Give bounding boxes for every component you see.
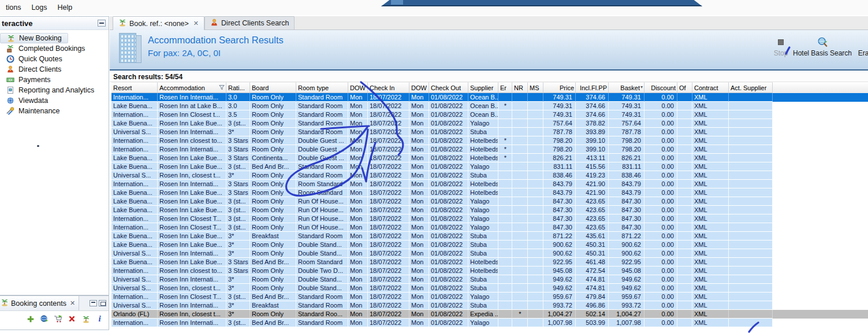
table-row[interactable]: Lake Buena...Rosen Inn Lake Bue...3 (st.… bbox=[111, 197, 868, 206]
palm-icon[interactable] bbox=[81, 314, 91, 324]
delete-icon[interactable] bbox=[67, 314, 77, 324]
column-header-supplier[interactable]: Supplier bbox=[468, 82, 498, 93]
cell-board: Room Only bbox=[250, 275, 296, 284]
cell-supplier: Hotelbeds bbox=[468, 267, 498, 275]
cell-dow_out: Mon bbox=[409, 128, 429, 136]
table-row[interactable]: Universal S...Rosen Inn Internati...3*Ro… bbox=[111, 275, 868, 284]
cart-icon[interactable] bbox=[53, 314, 63, 324]
column-header-discount[interactable]: Discount bbox=[645, 82, 677, 93]
table-row[interactable]: Internation...Rosen Inn Closest T...3 (s… bbox=[111, 293, 868, 301]
overlapping-window-edge[interactable] bbox=[381, 0, 702, 6]
filter-funnel-icon[interactable] bbox=[219, 84, 225, 91]
cell-accommodation: Rosen Inn, closest t... bbox=[158, 310, 226, 319]
column-header-check-in[interactable]: Check In bbox=[368, 82, 409, 93]
column-header-rati[interactable]: Rati... bbox=[226, 82, 250, 93]
hotel-basis-search-button[interactable]: Hotel Basis Search bbox=[790, 37, 855, 57]
table-row[interactable]: Universal S...Rosen Inn, closest t...3*R… bbox=[111, 171, 868, 180]
sidebar-item-new-booking[interactable]: New Booking bbox=[0, 33, 68, 43]
column-header-room-type[interactable]: Room type bbox=[296, 82, 348, 93]
table-row[interactable]: Internation...Rosen Inn Internati...3 (s… bbox=[111, 319, 868, 327]
column-header-check-out[interactable]: Check Out bbox=[429, 82, 468, 93]
sidebar-item-payments[interactable]: Payments bbox=[0, 75, 109, 85]
column-header-incl-fl-pp[interactable]: Incl.Fl.PP bbox=[576, 82, 609, 93]
minimize-icon[interactable] bbox=[98, 20, 106, 27]
cell-ms bbox=[528, 232, 543, 240]
table-row[interactable]: Internation...Rosen Inn closest to...3 S… bbox=[111, 267, 868, 275]
column-header-board[interactable]: Board bbox=[250, 82, 296, 93]
sidebar-item-quick-quotes[interactable]: Quick Quotes bbox=[0, 54, 109, 64]
column-header-basket[interactable]: Basket▾ bbox=[609, 82, 645, 93]
sidebar-item-viewdata[interactable]: Viewdata bbox=[0, 95, 109, 106]
column-header-dow[interactable]: DOW bbox=[409, 82, 429, 93]
table-row[interactable]: Internation...Rosen Inn Closest T...3 (s… bbox=[111, 223, 868, 232]
close-icon[interactable]: ✕ bbox=[70, 299, 75, 307]
info-icon[interactable]: i bbox=[95, 314, 105, 324]
table-row[interactable]: Universal S...Rosen Inn, closest t...3*R… bbox=[111, 284, 868, 293]
column-header-dow[interactable]: DOW bbox=[348, 82, 368, 93]
table-row[interactable]: Lake Buena...Rosen Inn Lake Bue...3 Star… bbox=[111, 258, 868, 267]
cell-ms bbox=[528, 136, 543, 145]
cell-accommodation: Rosen Inn Closest T... bbox=[158, 223, 226, 232]
sidebar-item-reporting-and-analytics[interactable]: Reporting and Analytics bbox=[0, 85, 109, 95]
table-row[interactable]: Universal S...Rosen Inn Internati...3*Ro… bbox=[111, 249, 868, 258]
cell-rating: 3* bbox=[226, 284, 250, 293]
sidebar-item-completed-bookings[interactable]: Completed Bookings bbox=[0, 43, 109, 54]
table-row[interactable]: Internation...Rosen Inn Internati...3 St… bbox=[111, 145, 868, 154]
cell-accommodation: Rosen Inn Lake Bue... bbox=[158, 232, 226, 240]
sidebar-item-direct-clients[interactable]: Direct Clients bbox=[0, 64, 109, 75]
cell-rating: 3 Stars bbox=[226, 154, 250, 162]
menu-item-tions[interactable]: tions bbox=[1, 1, 26, 14]
close-icon[interactable]: ✕ bbox=[193, 20, 199, 27]
column-header-accommodation[interactable]: Accommodation bbox=[158, 82, 226, 93]
cell-supplier: Hotelbeds bbox=[468, 258, 498, 267]
sidebar-item-maintenance[interactable]: Maintenance bbox=[0, 106, 109, 116]
maximize-icon[interactable] bbox=[99, 300, 106, 306]
table-row[interactable]: Universal S...Rosen Inn Internati...3*Ro… bbox=[111, 128, 868, 136]
table-row[interactable]: Lake Buena...Rosen Inn at Lake B...3.0Ro… bbox=[111, 102, 868, 110]
column-header-contract[interactable]: Contract bbox=[692, 82, 729, 93]
table-row[interactable]: Lake Buena...Rosen Inn Lake Bue...3 (st.… bbox=[111, 206, 868, 214]
menu-item-logs[interactable]: Logs bbox=[26, 1, 52, 14]
cell-act_supplier bbox=[729, 232, 773, 240]
table-row[interactable]: Lake Buena...Rosen Inn Lake Bue...3*Brea… bbox=[111, 232, 868, 240]
table-row[interactable]: Lake Buena...Rosen Inn Lake Bue...3 (st.… bbox=[111, 162, 868, 171]
tab-book-ref-none[interactable]: Book. ref.: <none>✕ bbox=[113, 16, 204, 30]
cell-price: 757.64 bbox=[543, 119, 576, 128]
table-row[interactable]: Internation...Rosen Inn Closest t...3.5R… bbox=[111, 110, 868, 119]
cell-room_type: Double Guest ... bbox=[296, 145, 348, 154]
refresh-icon[interactable] bbox=[39, 314, 49, 324]
cell-accommodation: Rosen Inn Lake Bue... bbox=[158, 206, 226, 214]
menu-item-help[interactable]: Help bbox=[53, 1, 78, 14]
tab-direct-clients-search[interactable]: Direct Clients Search bbox=[204, 16, 295, 29]
table-row[interactable]: Internation...Rosen Inn Internati...3.0R… bbox=[111, 93, 868, 102]
table-row[interactable]: Lake Buena...Rosen Inn Lake Bue...3 Star… bbox=[111, 154, 868, 162]
cell-act_supplier bbox=[729, 240, 773, 249]
add-icon[interactable] bbox=[25, 314, 35, 324]
cell-incl_fl_pp: 472.54 bbox=[576, 267, 609, 275]
cell-resort: Lake Buena... bbox=[111, 206, 158, 214]
table-row[interactable]: Internation...Rosen Inn closest to...3 S… bbox=[111, 136, 868, 145]
column-header-er[interactable]: Er bbox=[498, 82, 512, 93]
cell-rating: 3 (st... bbox=[226, 319, 250, 327]
table-row[interactable]: Universal S...Rosen Inn Internati...3*Br… bbox=[111, 301, 868, 310]
table-row[interactable]: Lake Buena...Rosen Inn Lake Bue...3 Star… bbox=[111, 188, 868, 197]
minimize-icon[interactable] bbox=[90, 300, 97, 306]
table-row[interactable]: Lake Buena...Rosen Inn Lake Bue...3 (st.… bbox=[111, 119, 868, 128]
stop-button[interactable]: Stop bbox=[769, 37, 793, 57]
column-header-price[interactable]: Price bbox=[543, 82, 576, 93]
cell-nr bbox=[512, 154, 528, 162]
column-header-ms[interactable]: MS bbox=[528, 82, 543, 93]
column-header-nr[interactable]: NR bbox=[512, 82, 528, 93]
column-header-act-supplier[interactable]: Act. Supplier bbox=[729, 82, 773, 93]
cell-nr bbox=[512, 240, 528, 249]
erase-button[interactable]: Eras bbox=[854, 37, 868, 57]
column-header-of[interactable]: Of bbox=[677, 82, 692, 93]
column-header-resort[interactable]: Resort bbox=[111, 82, 158, 93]
tab-booking-contents[interactable]: Booking contents ✕ bbox=[0, 296, 79, 310]
table-row[interactable]: Internation...Rosen Inn Closest T...3 (s… bbox=[111, 214, 868, 223]
table-row[interactable]: Lake Buena...Rosen Inn Lake Bue...3*Room… bbox=[111, 240, 868, 249]
table-row[interactable]: Orlando (FL)Rosen Inn, closest t...3*Roo… bbox=[111, 310, 868, 319]
cell-rating: 3 Stars bbox=[226, 188, 250, 197]
table-row[interactable]: Internation...Rosen Inn Internati...3 St… bbox=[111, 180, 868, 188]
cell-dow_out: Mon bbox=[409, 119, 429, 128]
